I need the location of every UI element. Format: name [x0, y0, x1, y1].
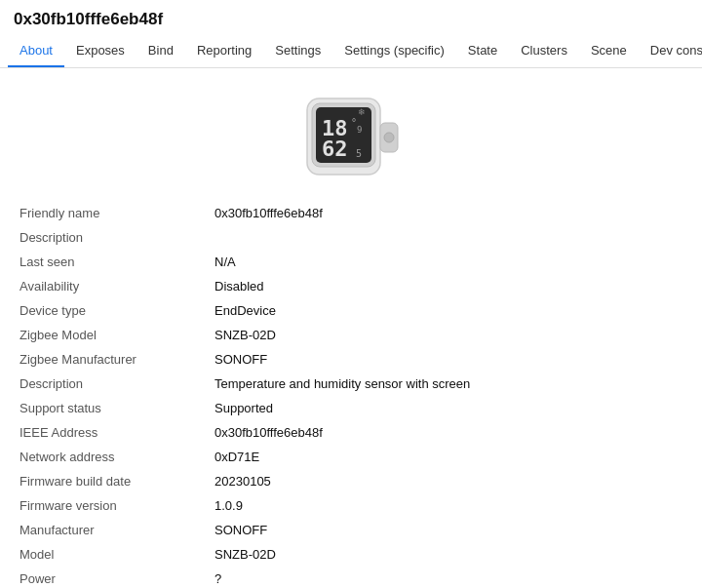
value-availability[interactable]: Disabled — [209, 274, 688, 298]
svg-text:62: 62 — [322, 137, 348, 161]
value-description — [209, 225, 688, 250]
value-support-status: Supported — [209, 396, 688, 420]
label-ieee-address: IEEE Address — [14, 420, 209, 445]
tab-bind[interactable]: Bind — [136, 35, 185, 67]
row-power: Power ? — [14, 567, 688, 588]
row-zigbee-manufacturer: Zigbee Manufacturer SONOFF — [14, 347, 688, 372]
label-firmware-build-date: Firmware build date — [14, 469, 209, 493]
row-availability: Availability Disabled — [14, 274, 688, 298]
tab-state[interactable]: State — [456, 35, 509, 67]
device-image-container: 18 ° 9 62 5 ❄ — [14, 78, 688, 201]
label-network-address: Network address — [14, 445, 209, 469]
label-support-status: Support status — [14, 396, 209, 420]
label-last-seen: Last seen — [14, 250, 209, 274]
device-image: 18 ° 9 62 5 ❄ — [302, 94, 400, 181]
tab-settings[interactable]: Settings — [263, 35, 332, 67]
tab-scene[interactable]: Scene — [579, 35, 639, 67]
info-table: Friendly name 0x30fb10fffe6eb48f Descrip… — [14, 201, 688, 588]
value-firmware-version: 1.0.9 — [209, 493, 688, 518]
svg-text:9: 9 — [357, 125, 362, 135]
value-ieee-address: 0x30fb10fffe6eb48f — [209, 420, 688, 445]
value-power: ? — [209, 567, 688, 588]
row-zigbee-model: Zigbee Model SNZB-02D — [14, 323, 688, 347]
label-zigbee-model: Zigbee Model — [14, 323, 209, 347]
row-model: Model SNZB-02D — [14, 542, 688, 567]
row-device-type: Device type EndDevice — [14, 298, 688, 323]
row-firmware-version: Firmware version 1.0.9 — [14, 493, 688, 518]
label-zigbee-manufacturer: Zigbee Manufacturer — [14, 347, 209, 372]
label-model: Model — [14, 542, 209, 567]
row-manufacturer: Manufacturer SONOFF — [14, 518, 688, 542]
row-last-seen: Last seen N/A — [14, 250, 688, 274]
tab-settings-specific[interactable]: Settings (specific) — [332, 35, 456, 67]
row-ieee-address: IEEE Address 0x30fb10fffe6eb48f — [14, 420, 688, 445]
label-power: Power — [14, 567, 209, 588]
row-support-status: Support status Supported — [14, 396, 688, 420]
label-availability: Availability — [14, 274, 209, 298]
tab-dev-console[interactable]: Dev console — [639, 35, 702, 67]
label-firmware-version: Firmware version — [14, 493, 209, 518]
tab-exposes[interactable]: Exposes — [64, 35, 136, 67]
tab-about[interactable]: About — [8, 35, 64, 67]
row-description: Description — [14, 225, 688, 250]
label-device-type: Device type — [14, 298, 209, 323]
label-description: Description — [14, 225, 209, 250]
label-manufacturer: Manufacturer — [14, 518, 209, 542]
row-description2: Description Temperature and humidity sen… — [14, 372, 688, 396]
value-model[interactable]: SNZB-02D — [209, 542, 688, 567]
row-friendly-name: Friendly name 0x30fb10fffe6eb48f — [14, 201, 688, 225]
value-network-address: 0xD71E — [209, 445, 688, 469]
value-device-type: EndDevice — [209, 298, 688, 323]
tab-bar: About Exposes Bind Reporting Settings Se… — [0, 35, 702, 68]
value-zigbee-manufacturer: SONOFF — [209, 347, 688, 372]
value-friendly-name: 0x30fb10fffe6eb48f — [209, 201, 688, 225]
row-firmware-build-date: Firmware build date 20230105 — [14, 469, 688, 493]
row-network-address: Network address 0xD71E — [14, 445, 688, 469]
content-area: 18 ° 9 62 5 ❄ Friendly name 0x30fb10fffe… — [0, 68, 702, 588]
label-friendly-name: Friendly name — [14, 201, 209, 225]
value-manufacturer[interactable]: SONOFF — [209, 518, 688, 542]
value-last-seen: N/A — [209, 250, 688, 274]
svg-point-9 — [384, 133, 394, 142]
value-firmware-build-date: 20230105 — [209, 469, 688, 493]
tab-clusters[interactable]: Clusters — [509, 35, 579, 67]
value-description2: Temperature and humidity sensor with scr… — [209, 372, 688, 396]
page-title: 0x30fb10fffe6eb48f — [0, 0, 702, 35]
tab-reporting[interactable]: Reporting — [185, 35, 263, 67]
label-description2: Description — [14, 372, 209, 396]
value-zigbee-model: SNZB-02D — [209, 323, 688, 347]
svg-text:❄: ❄ — [358, 107, 366, 117]
svg-text:5: 5 — [356, 148, 362, 159]
